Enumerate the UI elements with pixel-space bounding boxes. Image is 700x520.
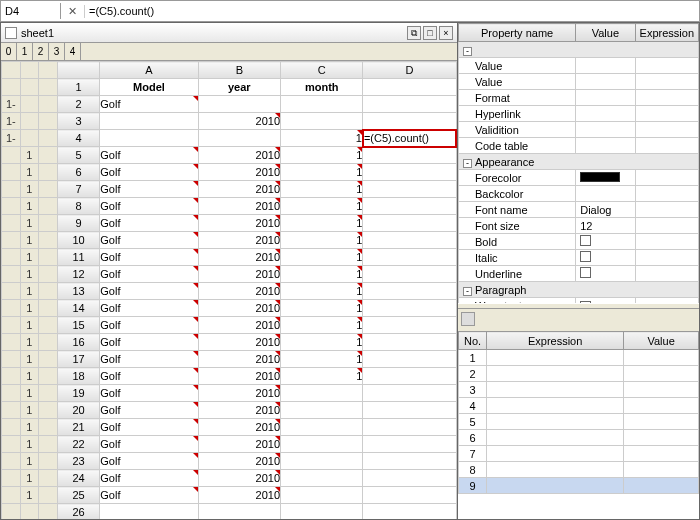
cell[interactable]: 1 bbox=[281, 215, 363, 232]
cell[interactable] bbox=[281, 96, 363, 113]
cell[interactable]: Golf bbox=[100, 334, 198, 351]
column-header-C[interactable]: C bbox=[281, 62, 363, 79]
property-value[interactable] bbox=[576, 122, 635, 138]
formula-input[interactable] bbox=[85, 3, 699, 19]
cell[interactable]: Golf bbox=[100, 249, 198, 266]
cell[interactable]: 2010 bbox=[198, 181, 280, 198]
outline-toggle[interactable] bbox=[2, 385, 21, 402]
panel-tab-icon[interactable] bbox=[461, 312, 475, 326]
cell[interactable] bbox=[363, 419, 456, 436]
cell[interactable]: 1 bbox=[281, 249, 363, 266]
property-expr[interactable] bbox=[635, 74, 698, 90]
selected-cell[interactable]: =(C5).count() bbox=[363, 130, 456, 147]
cell[interactable] bbox=[363, 266, 456, 283]
cell[interactable] bbox=[363, 79, 456, 96]
expr-value-cell[interactable] bbox=[624, 414, 699, 430]
collapse-icon[interactable]: - bbox=[463, 47, 472, 56]
row-header[interactable]: 24 bbox=[57, 470, 100, 487]
column-header-B[interactable]: B bbox=[198, 62, 280, 79]
cell[interactable]: Golf bbox=[100, 419, 198, 436]
collapse-icon[interactable]: - bbox=[463, 287, 472, 296]
outline-level-0[interactable]: 0 bbox=[1, 43, 17, 60]
outline-toggle[interactable] bbox=[2, 249, 21, 266]
expr-cell[interactable] bbox=[487, 478, 624, 494]
row-header[interactable]: 18 bbox=[57, 368, 100, 385]
cell[interactable]: month bbox=[281, 79, 363, 96]
cell[interactable] bbox=[363, 249, 456, 266]
cell[interactable] bbox=[281, 487, 363, 504]
cell[interactable]: Golf bbox=[100, 198, 198, 215]
outline-toggle[interactable] bbox=[2, 402, 21, 419]
expr-value-cell[interactable] bbox=[624, 462, 699, 478]
cell[interactable]: 2010 bbox=[198, 368, 280, 385]
row-header[interactable]: 11 bbox=[57, 249, 100, 266]
cell[interactable] bbox=[281, 504, 363, 520]
expr-value-cell[interactable] bbox=[624, 446, 699, 462]
cell[interactable]: 2010 bbox=[198, 232, 280, 249]
property-expr[interactable] bbox=[635, 218, 698, 234]
cell[interactable]: 1 bbox=[281, 368, 363, 385]
cell[interactable]: Golf bbox=[100, 96, 198, 113]
outline-toggle[interactable]: 1- bbox=[2, 130, 21, 147]
props-header-value[interactable]: Value bbox=[576, 24, 635, 42]
row-header[interactable]: 26 bbox=[57, 504, 100, 520]
cell[interactable]: 2010 bbox=[198, 198, 280, 215]
property-value[interactable]: 12 bbox=[576, 218, 635, 234]
expr-header-no[interactable]: No. bbox=[459, 332, 487, 350]
outline-toggle[interactable] bbox=[2, 164, 21, 181]
cell[interactable] bbox=[363, 215, 456, 232]
expression-row[interactable]: 7 bbox=[459, 446, 699, 462]
expr-cell[interactable] bbox=[487, 382, 624, 398]
expression-row[interactable]: 5 bbox=[459, 414, 699, 430]
cell[interactable] bbox=[363, 470, 456, 487]
expr-cell[interactable] bbox=[487, 414, 624, 430]
cell[interactable]: 2010 bbox=[198, 300, 280, 317]
cell[interactable]: Golf bbox=[100, 181, 198, 198]
property-expr[interactable] bbox=[635, 234, 698, 250]
checkbox[interactable] bbox=[580, 235, 591, 246]
column-header-A[interactable]: A bbox=[100, 62, 198, 79]
cell[interactable]: 2010 bbox=[198, 334, 280, 351]
row-header[interactable]: 6 bbox=[57, 164, 100, 181]
property-value[interactable] bbox=[576, 90, 635, 106]
row-header[interactable]: 12 bbox=[57, 266, 100, 283]
cell[interactable]: Golf bbox=[100, 317, 198, 334]
row-header[interactable]: 19 bbox=[57, 385, 100, 402]
close-icon[interactable]: × bbox=[439, 26, 453, 40]
cell[interactable]: 1 bbox=[281, 198, 363, 215]
cell[interactable]: Golf bbox=[100, 283, 198, 300]
outline-level-1[interactable]: 1 bbox=[17, 43, 33, 60]
property-expr[interactable] bbox=[635, 266, 698, 282]
property-value[interactable] bbox=[576, 74, 635, 90]
cell[interactable]: 2010 bbox=[198, 147, 280, 164]
cell[interactable]: 1 bbox=[281, 181, 363, 198]
outline-toggle[interactable] bbox=[2, 470, 21, 487]
expression-row[interactable]: 8 bbox=[459, 462, 699, 478]
props-header-expr[interactable]: Expression bbox=[635, 24, 698, 42]
property-value[interactable] bbox=[576, 58, 635, 74]
cell[interactable]: 1 bbox=[281, 283, 363, 300]
cell[interactable]: Golf bbox=[100, 215, 198, 232]
cell[interactable]: 2010 bbox=[198, 317, 280, 334]
outline-toggle[interactable] bbox=[2, 147, 21, 164]
property-value[interactable]: Dialog bbox=[576, 202, 635, 218]
cell[interactable] bbox=[198, 130, 280, 147]
cell[interactable] bbox=[363, 283, 456, 300]
outline-toggle[interactable] bbox=[2, 453, 21, 470]
cell[interactable]: Golf bbox=[100, 470, 198, 487]
cell[interactable]: 1 bbox=[281, 334, 363, 351]
expression-row[interactable]: 3 bbox=[459, 382, 699, 398]
cell[interactable]: 2010 bbox=[198, 164, 280, 181]
cell[interactable]: Golf bbox=[100, 402, 198, 419]
expression-row[interactable]: 4 bbox=[459, 398, 699, 414]
cell[interactable] bbox=[363, 317, 456, 334]
cell[interactable]: 1 bbox=[281, 351, 363, 368]
property-expr[interactable] bbox=[635, 90, 698, 106]
cell[interactable]: Golf bbox=[100, 487, 198, 504]
cell[interactable]: Golf bbox=[100, 385, 198, 402]
cell[interactable]: Golf bbox=[100, 300, 198, 317]
cell[interactable]: Golf bbox=[100, 266, 198, 283]
outline-level-2[interactable]: 2 bbox=[33, 43, 49, 60]
expr-header-value[interactable]: Value bbox=[624, 332, 699, 350]
cell[interactable]: 2010 bbox=[198, 419, 280, 436]
